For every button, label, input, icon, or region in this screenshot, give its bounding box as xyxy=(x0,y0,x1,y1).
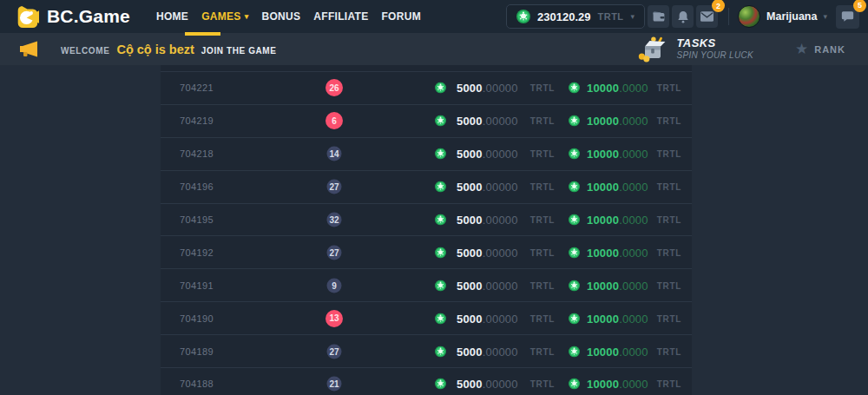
trtl-coin-icon xyxy=(435,82,446,94)
top-nav-bar: BC.Game HOMEGAMES▾BONUSAFFILIATEFORUM 23… xyxy=(0,0,868,33)
win-currency: TRTL xyxy=(657,83,681,93)
chevron-down-icon: ▾ xyxy=(245,13,249,21)
table-row[interactable]: 704195 32 5000.00000 TRTL 10000.0000 TRT… xyxy=(161,203,692,236)
win-currency: TRTL xyxy=(657,215,681,225)
welcome-suffix: JOIN THE GAME xyxy=(201,46,277,56)
rank-widget[interactable]: ★ RANK xyxy=(795,42,845,56)
bets-table: 704221 26 5000.00000 TRTL 10000.0000 TRT… xyxy=(161,65,692,395)
nav-item-home[interactable]: HOME xyxy=(156,10,188,23)
nav-item-bonus[interactable]: BONUS xyxy=(261,10,300,23)
nav-item-label: HOME xyxy=(156,10,188,23)
bet-currency: TRTL xyxy=(530,83,555,93)
win-currency: TRTL xyxy=(657,346,681,356)
win-currency: TRTL xyxy=(657,149,681,159)
bet-currency: TRTL xyxy=(530,116,555,126)
chevron-down-icon: ▾ xyxy=(631,13,635,21)
bet-amount: 5000.00000 xyxy=(457,148,518,161)
bet-id: 704221 xyxy=(180,82,214,93)
bet-id: 704188 xyxy=(180,379,214,389)
welcome-prefix: WELCOME xyxy=(61,46,109,56)
messages-button[interactable]: 2 xyxy=(696,5,718,28)
bet-id: 704219 xyxy=(180,115,214,126)
welcome-message[interactable]: WELCOME Cộ cộ is bezt JOIN THE GAME xyxy=(61,43,277,56)
trtl-coin-icon xyxy=(435,214,446,226)
megaphone-icon xyxy=(19,41,38,57)
announcement-banner: WELCOME Cộ cộ is bezt JOIN THE GAME TASK… xyxy=(0,33,868,65)
table-row[interactable]: 704221 26 5000.00000 TRTL 10000.0000 TRT… xyxy=(161,71,692,104)
balance-selector[interactable]: 230120.29 TRTL ▾ xyxy=(506,4,645,29)
trtl-coin-icon xyxy=(569,280,580,291)
trtl-coin-icon xyxy=(569,115,580,127)
tasks-title: TASKS xyxy=(676,37,753,50)
roll-result-badge: 27 xyxy=(327,245,342,260)
avatar xyxy=(738,5,760,28)
games-active-underline xyxy=(185,32,220,36)
trtl-coin-icon xyxy=(435,379,446,390)
bet-amount: 5000.00000 xyxy=(457,312,518,325)
table-row[interactable]: 704191 9 5000.00000 TRTL 10000.0000 TRTL xyxy=(161,268,692,301)
bet-currency: TRTL xyxy=(530,346,555,356)
bet-amount-cell: 5000.00000 TRTL xyxy=(435,82,555,95)
balance-amount: 230120.29 xyxy=(537,10,590,23)
bet-amount: 5000.00000 xyxy=(457,279,518,292)
bcgame-logo[interactable]: BC.Game xyxy=(16,5,130,29)
nav-item-forum[interactable]: FORUM xyxy=(381,10,421,23)
trtl-coin-icon xyxy=(569,346,580,357)
notifications-button[interactable] xyxy=(672,5,694,28)
bet-amount-cell: 5000.00000 TRTL xyxy=(435,279,555,292)
trtl-coin-icon xyxy=(435,148,446,160)
bet-currency: TRTL xyxy=(530,379,555,389)
table-row[interactable]: 704189 27 5000.00000 TRTL 10000.0000 TRT… xyxy=(161,334,692,367)
roll-result-badge: 21 xyxy=(327,377,342,392)
bet-amount-cell: 5000.00000 TRTL xyxy=(435,148,555,161)
bet-amount-cell: 5000.00000 TRTL xyxy=(435,345,555,358)
table-row[interactable]: 704218 14 5000.00000 TRTL 10000.0000 TRT… xyxy=(161,137,692,170)
table-row[interactable]: 704190 13 5000.00000 TRTL 10000.0000 TRT… xyxy=(161,301,692,334)
nav-item-affiliate[interactable]: AFFILIATE xyxy=(313,10,368,23)
bet-currency: TRTL xyxy=(530,280,555,290)
nav-item-games[interactable]: GAMES▾ xyxy=(201,10,248,23)
win-amount: 10000.0000 xyxy=(587,115,648,128)
bet-amount-cell: 5000.00000 TRTL xyxy=(435,312,555,325)
win-amount-cell: 10000.0000 TRTL xyxy=(569,181,681,194)
bet-amount: 5000.00000 xyxy=(457,181,518,194)
chat-button[interactable]: 5 xyxy=(836,5,859,29)
win-amount-cell: 10000.0000 TRTL xyxy=(569,115,681,128)
tasks-widget[interactable]: TASKS SPIN YOUR LUCK xyxy=(637,36,753,63)
win-amount-cell: 10000.0000 TRTL xyxy=(569,82,681,95)
wallet-icon xyxy=(652,10,666,23)
win-amount-cell: 10000.0000 TRTL xyxy=(569,148,681,161)
bet-amount: 5000.00000 xyxy=(457,378,518,391)
table-row[interactable]: 704196 27 5000.00000 TRTL 10000.0000 TRT… xyxy=(161,170,692,203)
bet-currency: TRTL xyxy=(530,215,555,225)
win-currency: TRTL xyxy=(657,379,681,389)
bet-id: 704195 xyxy=(180,214,214,225)
user-menu[interactable]: Marijuana ▾ xyxy=(738,5,827,28)
bet-amount-cell: 5000.00000 TRTL xyxy=(435,378,555,391)
bet-amount-cell: 5000.00000 TRTL xyxy=(435,246,555,259)
roll-result-badge: 14 xyxy=(327,147,342,161)
trtl-coin-icon xyxy=(435,313,446,324)
roll-result-badge: 26 xyxy=(326,79,343,96)
bet-currency: TRTL xyxy=(530,182,555,192)
table-row[interactable]: 704192 27 5000.00000 TRTL 10000.0000 TRT… xyxy=(161,235,692,268)
bell-icon xyxy=(677,10,689,23)
bet-amount: 5000.00000 xyxy=(457,214,518,227)
nav-item-label: BONUS xyxy=(261,10,300,23)
trtl-coin-icon xyxy=(569,313,580,324)
bet-amount-cell: 5000.00000 TRTL xyxy=(435,181,555,194)
table-row[interactable]: 704188 21 5000.00000 TRTL 10000.0000 TRT… xyxy=(161,367,692,395)
win-currency: TRTL xyxy=(657,313,681,323)
roll-result-badge: 13 xyxy=(326,310,343,327)
win-amount-cell: 10000.0000 TRTL xyxy=(569,214,681,227)
win-amount-cell: 10000.0000 TRTL xyxy=(569,378,681,391)
bet-amount: 5000.00000 xyxy=(457,82,518,95)
bet-id: 704191 xyxy=(180,280,214,291)
chat-icon xyxy=(841,10,854,23)
roll-result-badge: 32 xyxy=(327,213,342,227)
wallet-button[interactable] xyxy=(648,5,669,28)
table-row[interactable]: 704219 6 5000.00000 TRTL 10000.0000 TRTL xyxy=(161,104,692,137)
win-amount-cell: 10000.0000 TRTL xyxy=(569,345,681,358)
chat-badge: 5 xyxy=(853,0,866,12)
roll-result-badge: 6 xyxy=(326,112,343,129)
